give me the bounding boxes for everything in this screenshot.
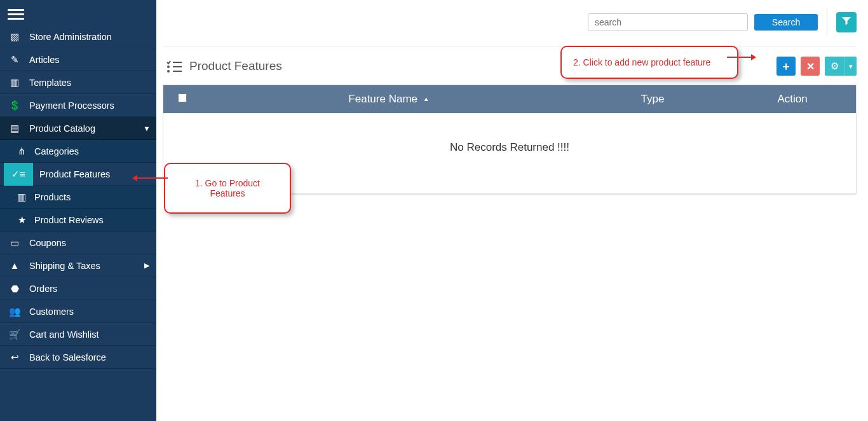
barcode-icon: ▥ bbox=[17, 191, 26, 202]
sidebar-item-payment-processors[interactable]: 💲 Payment Processors bbox=[0, 94, 156, 117]
checklist-icon bbox=[166, 60, 182, 72]
checklist-icon: ✓≡ bbox=[11, 169, 25, 179]
sidebar-subitem-categories[interactable]: ⋔ Categories bbox=[0, 140, 156, 163]
svg-point-3 bbox=[167, 66, 170, 68]
hamburger-menu-button[interactable] bbox=[0, 0, 156, 25]
settings-dropdown-button[interactable]: ▾ bbox=[844, 57, 857, 76]
sidebar-item-label: Store Administration bbox=[29, 32, 156, 42]
column-label: Action bbox=[777, 93, 807, 105]
sidebar-item-label: Categories bbox=[34, 146, 156, 156]
top-toolbar: Search bbox=[163, 9, 857, 46]
column-label: Type bbox=[641, 93, 665, 105]
sidebar-item-coupons[interactable]: ▭ Coupons bbox=[0, 231, 156, 254]
sidebar-item-label: Product Reviews bbox=[34, 215, 156, 225]
column-label: Feature Name bbox=[348, 93, 417, 105]
chevron-right-icon: ▶ bbox=[137, 261, 156, 270]
sidebar-item-back-to-salesforce[interactable]: ↩ Back to Salesforce bbox=[0, 346, 156, 369]
sidebar-item-shipping-taxes[interactable]: ▲ Shipping & Taxes ▶ bbox=[0, 254, 156, 277]
column-header-type[interactable]: Type bbox=[576, 93, 729, 106]
sidebar-item-label: Coupons bbox=[29, 238, 156, 248]
pencil-icon: ✎ bbox=[11, 54, 19, 65]
sidebar-item-label: Product Features bbox=[33, 169, 156, 179]
sidebar-subitem-products[interactable]: ▥ Products bbox=[0, 186, 156, 209]
sidebar-item-label: Product Catalog bbox=[29, 123, 137, 134]
sidebar-item-templates[interactable]: ▥ Templates bbox=[0, 71, 156, 94]
table-header: Feature Name ▲ Type Action bbox=[163, 85, 856, 113]
select-all-cell bbox=[163, 93, 201, 106]
sidebar-item-product-catalog[interactable]: ▤ Product Catalog ▼ bbox=[0, 117, 156, 140]
sidebar-item-label: Templates bbox=[29, 78, 156, 88]
add-button[interactable]: ＋ bbox=[776, 57, 796, 76]
search-input[interactable] bbox=[588, 13, 748, 31]
separator bbox=[827, 9, 827, 36]
sort-ascending-icon: ▲ bbox=[423, 95, 430, 102]
sidebar-subitem-product-reviews[interactable]: ★ Product Reviews bbox=[0, 209, 156, 231]
funnel-icon bbox=[841, 16, 851, 29]
sidebar-item-label: Payment Processors bbox=[29, 100, 156, 111]
svg-point-4 bbox=[167, 70, 170, 72]
sidebar: ▧ Store Administration ✎ Articles ▥ Temp… bbox=[0, 0, 156, 421]
column-header-action: Action bbox=[729, 93, 856, 106]
column-header-feature-name[interactable]: Feature Name ▲ bbox=[201, 93, 576, 106]
sidebar-item-label: Products bbox=[34, 192, 156, 202]
coupon-icon: ▭ bbox=[10, 237, 19, 248]
select-all-checkbox[interactable] bbox=[178, 93, 187, 102]
back-icon: ↩ bbox=[11, 352, 19, 362]
sidebar-item-label: Customers bbox=[29, 307, 156, 317]
users-icon: 👥 bbox=[9, 306, 21, 317]
settings-button[interactable]: ⚙ bbox=[825, 57, 844, 76]
chevron-down-icon: ▼ bbox=[137, 125, 156, 132]
sidebar-item-label: Articles bbox=[29, 55, 156, 65]
settings-split-button: ⚙ ▾ bbox=[825, 57, 857, 76]
close-icon: ✕ bbox=[806, 60, 815, 72]
gear-icon: ⚙ bbox=[831, 60, 839, 71]
main-content: Search Product Features bbox=[156, 0, 868, 421]
filter-button[interactable] bbox=[836, 12, 857, 32]
card-icon: ▧ bbox=[10, 31, 19, 42]
page-header: Product Features ＋ ✕ ⚙ ▾ bbox=[163, 46, 857, 83]
catalog-icon: ▤ bbox=[10, 123, 19, 134]
sidebar-item-label: Shipping & Taxes bbox=[29, 261, 137, 271]
sidebar-item-store-administration[interactable]: ▧ Store Administration bbox=[0, 25, 156, 48]
star-icon: ★ bbox=[18, 214, 26, 225]
empty-message: No Records Returned !!!! bbox=[450, 141, 569, 153]
money-icon: 💲 bbox=[9, 100, 21, 111]
layout-icon: ▥ bbox=[10, 77, 19, 88]
sidebar-item-label: Cart and Wishlist bbox=[29, 329, 156, 340]
cart-icon: 🛒 bbox=[9, 329, 21, 340]
sidebar-item-orders[interactable]: ⬣ Orders bbox=[0, 277, 156, 300]
box-icon: ⬣ bbox=[11, 283, 19, 294]
sidebar-subitem-product-features[interactable]: ✓≡ Product Features bbox=[0, 163, 156, 186]
delete-button[interactable]: ✕ bbox=[801, 57, 820, 76]
plus-icon: ＋ bbox=[780, 59, 792, 74]
truck-icon: ▲ bbox=[10, 260, 20, 271]
page-title: Product Features bbox=[189, 59, 282, 73]
features-table: Feature Name ▲ Type Action No Records Re… bbox=[163, 85, 857, 195]
hierarchy-icon: ⋔ bbox=[18, 146, 26, 156]
search-button[interactable]: Search bbox=[754, 14, 818, 31]
sidebar-item-customers[interactable]: 👥 Customers bbox=[0, 300, 156, 323]
sidebar-item-articles[interactable]: ✎ Articles bbox=[0, 48, 156, 71]
chevron-down-icon: ▾ bbox=[849, 62, 853, 70]
sidebar-item-label: Orders bbox=[29, 284, 156, 294]
sidebar-item-cart-wishlist[interactable]: 🛒 Cart and Wishlist bbox=[0, 323, 156, 346]
sidebar-item-label: Back to Salesforce bbox=[29, 352, 156, 362]
table-empty-state: No Records Returned !!!! bbox=[163, 113, 856, 194]
